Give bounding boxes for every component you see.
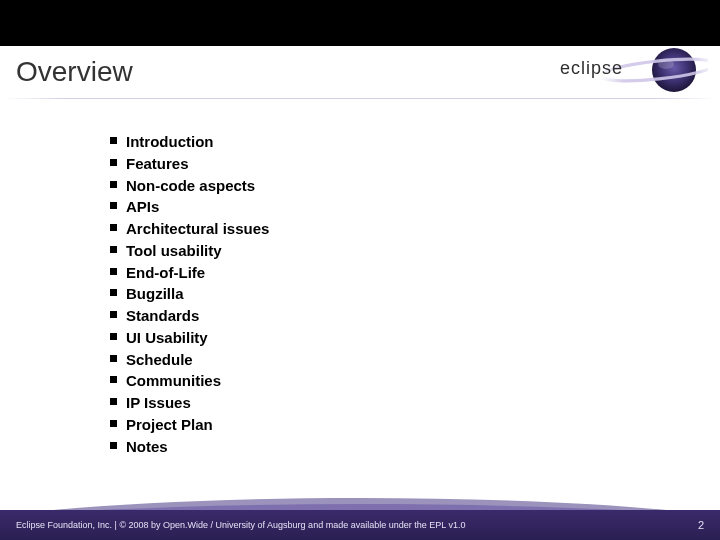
- list-item: Non-code aspects: [110, 175, 720, 197]
- eclipse-logo-icon: eclipse: [548, 42, 708, 98]
- list-item: Tool usability: [110, 240, 720, 262]
- list-item: Architectural issues: [110, 218, 720, 240]
- list-item: Features: [110, 153, 720, 175]
- list-item: Communities: [110, 370, 720, 392]
- list-item: Project Plan: [110, 414, 720, 436]
- list-item: UI Usability: [110, 327, 720, 349]
- svg-point-0: [652, 48, 696, 92]
- footer-text: Eclipse Foundation, Inc. | © 2008 by Ope…: [16, 520, 465, 530]
- top-black-bar: [0, 0, 720, 46]
- list-item: Standards: [110, 305, 720, 327]
- page-number: 2: [698, 519, 704, 531]
- list-item: End-of-Life: [110, 262, 720, 284]
- content-area: Introduction Features Non-code aspects A…: [0, 99, 720, 457]
- eclipse-logo-text: eclipse: [560, 58, 623, 78]
- list-item: IP Issues: [110, 392, 720, 414]
- list-item: Schedule: [110, 349, 720, 371]
- list-item: Introduction: [110, 131, 720, 153]
- list-item: APIs: [110, 196, 720, 218]
- page-title: Overview: [12, 56, 133, 88]
- list-item: Notes: [110, 436, 720, 458]
- header-row: Overview eclipse: [0, 46, 720, 98]
- bullet-list: Introduction Features Non-code aspects A…: [110, 131, 720, 457]
- list-item: Bugzilla: [110, 283, 720, 305]
- eclipse-logo: eclipse: [558, 46, 708, 98]
- footer-bar: Eclipse Foundation, Inc. | © 2008 by Ope…: [0, 510, 720, 540]
